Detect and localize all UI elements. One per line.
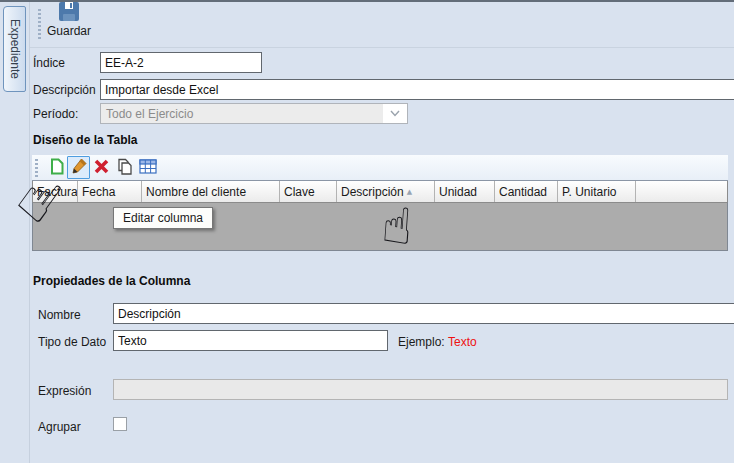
expresion-input (113, 379, 728, 400)
indice-label: Índice (33, 56, 65, 70)
main-toolbar: Guardar (30, 2, 734, 48)
column-header-nombre-del-cliente[interactable]: Nombre del cliente (142, 181, 280, 202)
edit-pencil-icon (71, 158, 87, 177)
add-column-button[interactable] (44, 156, 67, 179)
nombre-input[interactable] (113, 303, 734, 324)
column-header-cantidad[interactable]: Cantidad (495, 181, 558, 202)
save-button[interactable]: Guardar (43, 4, 95, 46)
table-design-toolbar (32, 155, 728, 181)
column-header-clave[interactable]: Clave (280, 181, 337, 202)
save-floppy-icon (58, 4, 80, 22)
column-properties-title: Propiedades de la Columna (33, 274, 190, 288)
table-header-row: Factura Fecha Nombre del cliente Clave D… (32, 181, 728, 202)
periodo-dropdown: Todo el Ejercicio (100, 103, 408, 124)
descripcion-label: Descripción (33, 83, 96, 97)
table-design-title: Diseño de la Tabla (33, 133, 137, 147)
ejemplo-label: Ejemplo: (398, 335, 445, 349)
toolbar-grip-handle[interactable] (38, 9, 41, 41)
new-page-icon (48, 158, 64, 178)
indice-input[interactable] (100, 52, 262, 73)
table-grid-icon (139, 159, 157, 177)
tooltip-text: Editar columna (123, 211, 203, 225)
ejemplo-value: Texto (448, 335, 477, 349)
chevron-down-icon (383, 104, 407, 123)
expediente-window: Expediente Guardar Índice Descripción Pe… (0, 0, 734, 463)
copy-pages-icon (117, 158, 133, 178)
table-grid-button[interactable] (136, 156, 159, 179)
column-header-descripcion[interactable]: Descripción ▲ (337, 181, 435, 202)
dock-divider (29, 2, 30, 463)
column-header-fecha[interactable]: Fecha (78, 181, 142, 202)
save-button-label: Guardar (47, 24, 91, 38)
column-header-unidad[interactable]: Unidad (435, 181, 495, 202)
periodo-label: Período: (33, 107, 78, 121)
descripcion-input[interactable] (100, 79, 734, 100)
agrupar-checkbox[interactable] (113, 417, 127, 431)
column-header-p-unitario[interactable]: P. Unitario (558, 181, 636, 202)
edit-column-button[interactable] (67, 156, 90, 179)
design-toolbar-grip-handle[interactable] (35, 159, 38, 177)
delete-x-icon (94, 159, 109, 177)
tooltip: Editar columna (113, 207, 213, 229)
tab-expediente[interactable]: Expediente (3, 6, 26, 92)
tipo-de-dato-input[interactable] (113, 330, 388, 351)
periodo-selected-value: Todo el Ejercicio (101, 107, 383, 121)
expresion-label: Expresión (38, 384, 91, 398)
nombre-label: Nombre (38, 308, 81, 322)
agrupar-label: Agrupar (38, 420, 81, 434)
column-header-filler (636, 181, 727, 202)
tab-expediente-label: Expediente (8, 19, 22, 79)
column-header-factura[interactable]: Factura (33, 181, 78, 202)
sort-ascending-icon: ▲ (407, 188, 412, 196)
delete-column-button[interactable] (90, 156, 113, 179)
tipo-de-dato-label: Tipo de Dato (38, 335, 106, 349)
copy-column-button[interactable] (113, 156, 136, 179)
